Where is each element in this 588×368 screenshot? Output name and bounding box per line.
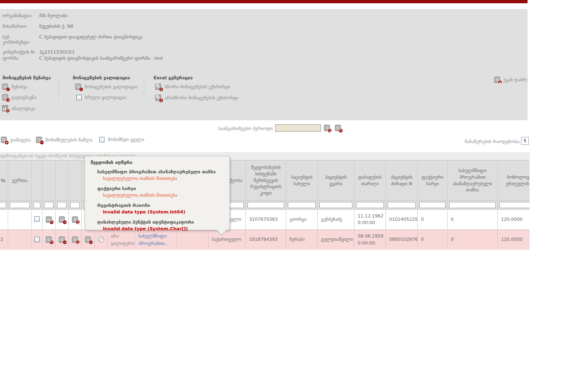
delete-row-icon[interactable]: − — [59, 216, 65, 223]
error-details-link[interactable]: სახელმწიფო პროგრამით... — [138, 233, 169, 246]
edit-row-icon[interactable]: ✎ — [46, 216, 52, 223]
cell-personal-n: 08001029764 — [386, 230, 418, 250]
col-num[interactable]: № — [0, 161, 8, 201]
cell-extra — [177, 230, 209, 250]
group-divider — [144, 76, 144, 101]
group-divider — [58, 76, 59, 101]
select-all-checkbox[interactable] — [99, 137, 105, 142]
form-label: ფორმა: — [2, 56, 37, 61]
row-version — [8, 230, 32, 250]
edit-row-icon[interactable]: ✎ — [46, 236, 52, 243]
col-birth-date[interactable]: დაბადების თარიღი — [354, 161, 386, 201]
info-row-organization: ორგანიზაცია: შპს ნეოლაბი — [2, 13, 67, 18]
back-button[interactable]: + უკან დაბრუნება — [494, 76, 527, 83]
records-count-label: ჩანაწერების რაოდენობა: — [445, 139, 520, 144]
export-incorrect-label: არასწორი მონაცემების ექსპორტი — [165, 95, 238, 101]
validate-data-button[interactable]: ✓ მონაცემების ვალიდაცია — [75, 83, 138, 90]
form-value: C ჰეპატიტის დიაგნოსტიკის საანგარიშგებო ფ… — [39, 56, 163, 61]
cell-personal-n: 01024052256 — [386, 210, 418, 230]
filter-input[interactable] — [419, 202, 445, 208]
col-view — [69, 161, 82, 201]
records-count-input[interactable] — [521, 137, 529, 145]
delete-selected-button[interactable]: − მონიშნულების წაშლა — [36, 137, 92, 143]
full-validation-checkbox[interactable] — [76, 95, 82, 100]
filter-input[interactable] — [10, 202, 30, 208]
minus-badge-icon: − — [89, 240, 93, 245]
export-correct-button[interactable]: X↓ სწორი მონაცემების ექსპორტი — [155, 83, 230, 90]
filter-input[interactable] — [70, 202, 80, 208]
select-all-option: მონიშნეთ ყველა — [99, 137, 144, 142]
grid-header-row: № ვერსია მოქალაქეობა შეტყობინების სისტემ… — [0, 161, 530, 201]
filter-input[interactable] — [288, 202, 316, 208]
reporting-period-input[interactable] — [275, 124, 321, 132]
pencil-badge-icon: ✎ — [339, 128, 343, 133]
cell-last-name: გელდიაშვილი — [318, 230, 354, 250]
info-row-subcomponent: სუბ კომპონენტი: C ჰეპატიტით დაავადებულ პ… — [2, 34, 143, 45]
minus-badge-icon: − — [62, 220, 67, 224]
filter-input[interactable] — [356, 202, 384, 208]
check-badge-icon: ✓ — [6, 87, 10, 92]
col-last-name[interactable]: პაციენტის გვარი — [318, 161, 354, 201]
validate-data-button-label: მონაცემების ვალიდაცია — [85, 84, 138, 90]
send-button[interactable]: → გადაგზავნა — [2, 94, 36, 101]
contract-value: 2ც151133023/1 — [39, 49, 75, 55]
not-validated-icon — [98, 236, 104, 242]
full-validation-label: სრული ვალიდაცია — [85, 95, 127, 100]
plus-badge-icon: + — [498, 80, 502, 83]
filter-input[interactable] — [449, 202, 496, 208]
save-button[interactable]: ✓ შენახვა — [2, 83, 28, 90]
organization-label: ორგანიზაცია: — [2, 13, 37, 18]
validation-status: არა ვალიდურია — [111, 233, 135, 246]
excel-group-title: Excel გენერაცია — [154, 75, 193, 81]
period-clear-button[interactable]: ✎ — [335, 125, 341, 132]
subcomponent-value: C ჰეპატიტით დაავადებულ პირთა დიაგნოსტიკა — [39, 34, 143, 45]
col-case-code[interactable]: შეტყობინების სისტემაში შემთხვევის რეგისტ… — [246, 161, 286, 201]
delete-row-icon[interactable]: − — [59, 236, 65, 243]
table-row-invalid: 2 ✎ − s − არა ვალიდურია სახელმწიფო პროგრ… — [0, 230, 530, 250]
col-delete — [56, 161, 69, 201]
search-badge-icon: s — [76, 220, 80, 224]
view-row-icon[interactable]: s — [72, 216, 78, 223]
filter-input[interactable] — [247, 202, 284, 208]
filter-input[interactable] — [499, 202, 530, 208]
minus-badge-icon: − — [62, 240, 67, 245]
row-checkbox[interactable] — [34, 216, 40, 222]
validate-icon: ✓ — [75, 83, 81, 90]
save-button-label: შენახვა — [11, 84, 28, 90]
col-version[interactable]: ვერსია — [8, 161, 32, 201]
export-correct-label: სწორი მონაცემების ექსპორტი — [165, 84, 230, 90]
info-row-contract: კონტრაქტის N: 2ც151133023/1 — [2, 49, 75, 55]
add-record-button[interactable]: + დამატება — [1, 137, 31, 143]
row-checkbox[interactable] — [34, 237, 40, 242]
filter-input[interactable] — [319, 202, 352, 208]
col-state-amount[interactable]: სახელმწიფო პროგრამით ასანაზღაურებელი თან… — [448, 161, 498, 201]
export-incorrect-button[interactable]: X↓ არასწორი მონაცემების ექსპორტი — [155, 94, 238, 101]
cell-state-amount: 0 — [448, 230, 498, 250]
search-doc-icon: s — [324, 125, 330, 131]
error-message: სავალდებულოა თანხის მითითება — [103, 175, 225, 182]
col-nosology-price[interactable]: ნოზოლოგიური ერთეულის ფასი — [498, 161, 530, 201]
filter-input[interactable] — [57, 202, 67, 208]
select-all-label: მონიშნეთ ყველა — [108, 137, 144, 142]
view-row-icon[interactable]: s — [72, 236, 78, 243]
period-search-button[interactable]: s — [324, 125, 330, 132]
cell-first-name: გიორგი — [286, 210, 318, 230]
top-accent-bar — [0, 0, 528, 3]
filter-input[interactable] — [0, 202, 6, 208]
errors-row-icon[interactable]: − — [85, 236, 91, 243]
data-grid: გადმოიტანეთ ის სვეტი რომლის მიხედვითაც გ… — [0, 152, 530, 250]
filter-input[interactable] — [388, 202, 416, 208]
col-first-name[interactable]: პაციენტის სახელი — [286, 161, 318, 201]
grid-filter-row — [0, 201, 530, 210]
col-personal-n[interactable]: პაციენტის პირადი N — [386, 161, 418, 201]
cell-last-name: გენძენაძე — [318, 210, 354, 230]
filter-input[interactable] — [33, 202, 40, 208]
search-badge-icon: s — [327, 128, 332, 133]
col-actual-cost[interactable]: ფაქტიური ხარჯი — [418, 161, 448, 201]
analytics-button-label: ანალიტიკა — [11, 106, 35, 111]
filter-input[interactable] — [44, 202, 53, 208]
contract-label: კონტრაქტის N: — [2, 49, 37, 55]
analytics-button[interactable]: s ანალიტიკა — [2, 105, 35, 112]
analytics-chart-icon: s — [2, 105, 8, 112]
error-message: Invalid data type (System.Int64) — [103, 209, 225, 215]
